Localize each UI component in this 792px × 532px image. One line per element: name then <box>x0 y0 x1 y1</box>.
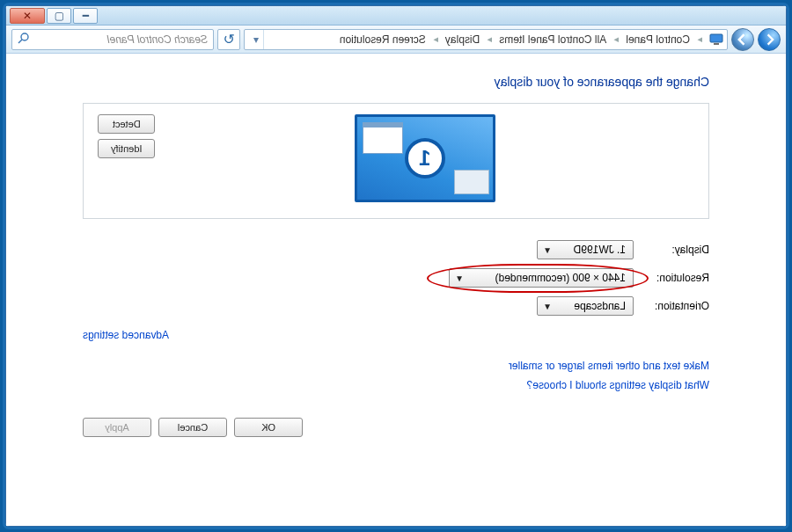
maximize-icon: ▢ <box>55 10 64 22</box>
refresh-icon: ↻ <box>224 31 235 47</box>
which-settings-link[interactable]: What display settings should I choose? <box>527 379 709 391</box>
detect-button[interactable]: Detect <box>98 114 155 134</box>
titlebar: ━ ▢ ✕ <box>6 6 786 26</box>
ok-button[interactable]: OK <box>234 418 303 437</box>
page-title: Change the appearance of your display <box>62 75 730 89</box>
apply-button[interactable]: Apply <box>83 418 151 437</box>
orientation-label: Orientation: <box>634 300 709 312</box>
refresh-button[interactable]: ↻ <box>217 29 240 50</box>
monitor-icon <box>709 33 723 47</box>
mini-window-icon <box>363 122 403 154</box>
svg-rect-0 <box>710 34 722 42</box>
advanced-settings-link[interactable]: Advanced settings <box>83 329 169 341</box>
chevron-right-icon: ▸ <box>485 33 494 45</box>
maximize-button[interactable]: ▢ <box>47 8 71 24</box>
display-dropdown[interactable]: 1. JW199D ▼ <box>537 240 634 259</box>
cancel-button[interactable]: Cancel <box>158 418 227 437</box>
chevron-right-icon: ▸ <box>612 33 620 45</box>
search-icon <box>18 32 30 47</box>
display-dropdown-value: 1. JW199D <box>574 244 626 256</box>
breadcrumb[interactable]: Display <box>445 33 480 46</box>
chevron-down-icon: ▼ <box>455 273 464 283</box>
arrow-left-icon <box>763 33 775 46</box>
arrow-right-icon <box>737 33 749 46</box>
monitor-number-badge: 1 <box>405 138 445 179</box>
nav-row: ▸ Control Panel ▸ All Control Panel Item… <box>6 26 786 54</box>
chevron-down-icon: ▼ <box>543 302 552 311</box>
breadcrumb[interactable]: All Control Panel Items <box>499 33 606 46</box>
display-preview-frame: 1 Detect Identify <box>83 103 709 219</box>
identify-button[interactable]: Identify <box>98 139 155 158</box>
chevron-right-icon: ▸ <box>431 33 440 45</box>
chevron-right-icon: ▸ <box>695 33 704 45</box>
chevron-down-icon: ▼ <box>543 245 552 255</box>
monitor-preview[interactable]: 1 <box>355 114 495 208</box>
address-bar[interactable]: ▸ Control Panel ▸ All Control Panel Item… <box>244 29 728 50</box>
resolution-label: Resolution: <box>634 272 709 284</box>
chevron-down-icon: ▾ <box>253 33 259 46</box>
svg-rect-1 <box>714 43 719 45</box>
text-size-link[interactable]: Make text and other items larger or smal… <box>509 360 709 372</box>
nav-back-button[interactable] <box>758 28 781 51</box>
resolution-dropdown[interactable]: 1440 × 900 (recommended) ▼ <box>449 268 634 288</box>
close-icon: ✕ <box>23 10 32 22</box>
address-dropdown-button[interactable]: ▾ <box>248 30 264 49</box>
content-area: Change the appearance of your display 1 … <box>6 54 786 526</box>
orientation-dropdown-value: Landscape <box>574 300 626 312</box>
nav-forward-button[interactable] <box>731 28 754 51</box>
svg-line-3 <box>18 40 22 43</box>
display-label: Display: <box>634 244 709 256</box>
minimize-icon: ━ <box>83 10 89 22</box>
svg-point-2 <box>21 33 28 40</box>
search-placeholder: Search Control Panel <box>107 33 208 46</box>
minimize-button[interactable]: ━ <box>73 8 98 24</box>
search-input[interactable]: Search Control Panel <box>11 29 214 50</box>
orientation-dropdown[interactable]: Landscape ▼ <box>537 296 634 316</box>
mini-taskbar-icon <box>454 170 489 194</box>
breadcrumb[interactable]: Control Panel <box>626 33 690 46</box>
breadcrumb[interactable]: Screen Resolution <box>340 33 426 46</box>
control-panel-window: ━ ▢ ✕ ▸ Control Panel ▸ All Control Pane… <box>5 5 787 527</box>
close-button[interactable]: ✕ <box>10 8 45 24</box>
resolution-dropdown-value: 1440 × 900 (recommended) <box>495 272 626 284</box>
